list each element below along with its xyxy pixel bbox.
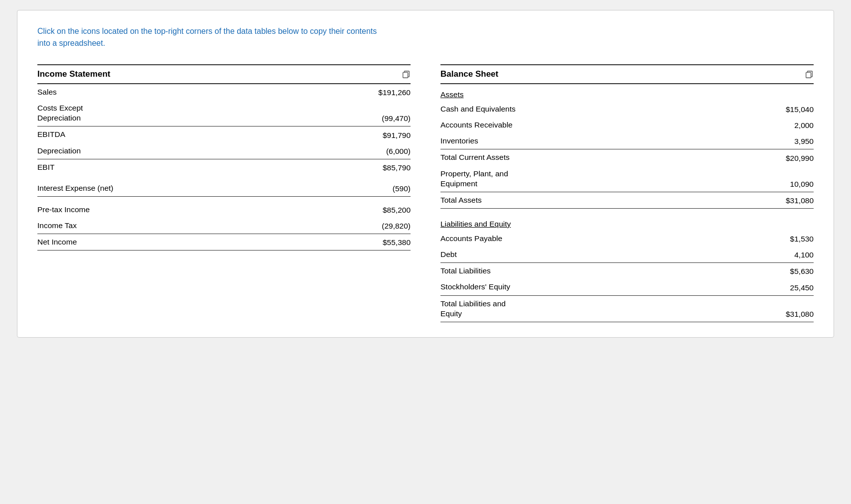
balance-sheet-section: Balance Sheet Assets Cash and Equivalent… — [440, 64, 814, 322]
bs-row-ap: Accounts Payable $1,530 — [440, 231, 814, 247]
bs-label-total-current: Total Current Assets — [440, 152, 764, 162]
income-row-depreciation: Depreciation (6,000) — [37, 143, 411, 159]
bs-value-cash: $15,040 — [764, 105, 814, 114]
income-label-tax: Income Tax — [37, 221, 361, 231]
income-label-ebitda: EBITDA — [37, 129, 361, 139]
bs-row-cash: Cash and Equivalents $15,040 — [440, 101, 814, 117]
bs-label-cash: Cash and Equivalents — [440, 104, 764, 114]
income-label-pretax: Pre-tax Income — [37, 205, 361, 215]
income-value-tax: (29,820) — [361, 222, 411, 231]
assets-header: Assets — [440, 84, 814, 101]
bs-value-ap: $1,530 — [764, 235, 814, 244]
svg-rect-1 — [806, 72, 811, 78]
bs-label-debt: Debt — [440, 250, 764, 259]
bs-value-total-assets: $31,080 — [764, 196, 814, 205]
income-label-sales: Sales — [37, 87, 361, 97]
main-container: Click on the icons located on the top-ri… — [17, 10, 834, 338]
bs-value-total-current: $20,990 — [764, 154, 814, 163]
bs-value-equity: 25,450 — [764, 283, 814, 292]
income-value-sales: $191,260 — [361, 88, 411, 97]
income-statement-title: Income Statement — [37, 69, 110, 79]
bs-row-total-current: Total Current Assets $20,990 — [440, 149, 814, 165]
bs-label-total-assets: Total Assets — [440, 195, 764, 205]
income-value-pretax: $85,200 — [361, 206, 411, 215]
bs-value-inventories: 3,950 — [764, 137, 814, 146]
bs-value-ppe: 10,090 — [764, 180, 814, 189]
income-label-ebit: EBIT — [37, 162, 361, 172]
income-value-net: $55,380 — [361, 238, 411, 247]
instruction-text: Click on the icons located on the top-ri… — [37, 25, 386, 49]
income-value-ebitda: $91,790 — [361, 131, 411, 140]
bs-row-ppe: Property, Plant, andEquipment 10,090 — [440, 166, 814, 192]
income-value-ebit: $85,790 — [361, 163, 411, 172]
balance-sheet-copy-icon[interactable] — [805, 70, 814, 79]
income-value-interest: (590) — [361, 184, 411, 193]
bs-label-total-liabilities: Total Liabilities — [440, 266, 764, 276]
income-row-interest: Interest Expense (net) (590) — [37, 180, 411, 197]
liabilities-header: Liabilities and Equity — [440, 214, 814, 231]
bs-row-total-liabilities: Total Liabilities $5,630 — [440, 263, 814, 279]
bs-spacer-1 — [440, 209, 814, 214]
income-statement-section: Income Statement Sales $191,260 Costs Ex… — [37, 64, 411, 251]
income-row-costs: Costs ExceptDepreciation (99,470) — [37, 100, 411, 126]
bs-label-ppe: Property, Plant, andEquipment — [440, 169, 764, 189]
balance-sheet-title: Balance Sheet — [440, 69, 498, 79]
svg-rect-0 — [403, 72, 408, 78]
income-label-net: Net Income — [37, 237, 361, 247]
income-label-interest: Interest Expense (net) — [37, 183, 361, 193]
income-value-costs: (99,470) — [361, 114, 411, 123]
income-row-net: Net Income $55,380 — [37, 234, 411, 251]
income-row-ebitda: EBITDA $91,790 — [37, 126, 411, 142]
income-statement-header: Income Statement — [37, 64, 411, 84]
income-row-tax: Income Tax (29,820) — [37, 218, 411, 234]
bs-row-total-assets: Total Assets $31,080 — [440, 192, 814, 209]
spacer-1 — [37, 175, 411, 180]
income-row-pretax: Pre-tax Income $85,200 — [37, 202, 411, 218]
bs-label-inventories: Inventories — [440, 136, 764, 146]
bs-value-ar: 2,000 — [764, 121, 814, 130]
income-label-depreciation: Depreciation — [37, 146, 361, 156]
bs-label-ap: Accounts Payable — [440, 234, 764, 244]
income-statement-copy-icon[interactable] — [402, 70, 411, 79]
bs-row-ar: Accounts Receivable 2,000 — [440, 117, 814, 133]
income-label-costs: Costs ExceptDepreciation — [37, 103, 361, 123]
bs-value-total-liabilities: $5,630 — [764, 267, 814, 276]
income-row-ebit: EBIT $85,790 — [37, 159, 411, 175]
bs-row-inventories: Inventories 3,950 — [440, 133, 814, 149]
bs-label-equity: Stockholders' Equity — [440, 282, 764, 292]
bs-label-total-le: Total Liabilities andEquity — [440, 299, 764, 319]
bs-value-debt: 4,100 — [764, 251, 814, 259]
bs-row-total-le: Total Liabilities andEquity $31,080 — [440, 296, 814, 322]
bs-row-equity: Stockholders' Equity 25,450 — [440, 279, 814, 295]
income-value-depreciation: (6,000) — [361, 147, 411, 156]
income-row-sales: Sales $191,260 — [37, 84, 411, 100]
balance-sheet-header: Balance Sheet — [440, 64, 814, 84]
bs-label-ar: Accounts Receivable — [440, 120, 764, 130]
bs-value-total-le: $31,080 — [764, 310, 814, 319]
spacer-2 — [37, 197, 411, 202]
bs-row-debt: Debt 4,100 — [440, 247, 814, 263]
tables-wrapper: Income Statement Sales $191,260 Costs Ex… — [37, 64, 814, 322]
